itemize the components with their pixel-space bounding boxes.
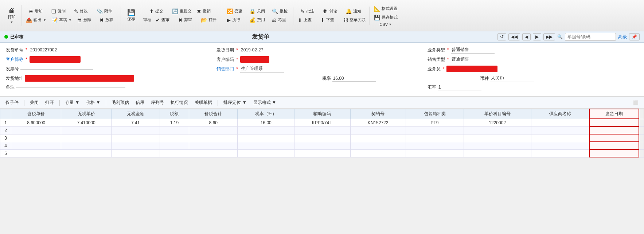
format-set-button[interactable]: 📐 格式设置 [372, 5, 400, 13]
cell-unit_subject[interactable]: 1220002 [464, 119, 531, 126]
cell-unit_subject[interactable] [464, 134, 531, 142]
cell-row_num[interactable]: 5 [0, 149, 11, 157]
modify-button[interactable]: ✎ 修改 [72, 7, 94, 15]
cell-tax_price[interactable] [11, 134, 61, 142]
cell-aux_code[interactable]: KPP0/74 L [294, 119, 350, 126]
cell-tax_price[interactable] [11, 149, 61, 157]
customer-label[interactable]: 客户简称 [6, 56, 23, 63]
cell-notax_price[interactable] [61, 149, 111, 157]
save-format-button[interactable]: 💾 保存格式 [372, 13, 400, 22]
cell-contract_no[interactable] [350, 126, 406, 134]
cell-unit_subject[interactable] [464, 149, 531, 157]
cell-supplier[interactable] [531, 142, 589, 149]
submit-button[interactable]: ⬆ 提交 [147, 7, 169, 15]
table-row[interactable]: 5 [0, 149, 644, 157]
table-row[interactable]: 18.6000007.4100007.411.198.6016.00KPP0/7… [0, 119, 644, 126]
table-row[interactable]: 3 [0, 134, 644, 142]
cell-supplier[interactable] [531, 134, 589, 142]
cell-tax_rate[interactable]: 16.00 [238, 119, 294, 126]
cell-aux_code[interactable] [294, 149, 350, 157]
cell-tax_rate[interactable] [238, 134, 294, 142]
cell-contract_no[interactable] [350, 149, 406, 157]
cell-pkg_type[interactable] [406, 126, 464, 134]
cell-notax_amount[interactable] [111, 142, 160, 149]
open-doc-button[interactable]: 📂 打开 [199, 16, 220, 24]
link-button[interactable]: ⛓ 整单关联 [341, 16, 368, 24]
up-button[interactable]: ⬆ 上查 [296, 16, 317, 24]
cell-notax_amount[interactable] [111, 126, 160, 134]
open-button[interactable]: 打开 [43, 98, 56, 107]
cell-total[interactable]: 8.60 [189, 119, 238, 126]
search-input[interactable] [565, 33, 616, 41]
cell-row_num[interactable]: 4 [0, 142, 11, 149]
expense-button[interactable]: 💰 费用 [247, 16, 269, 24]
cell-ship_date[interactable] [589, 119, 639, 126]
notify-button[interactable]: 🔔 通知 [343, 7, 365, 15]
cell-aux_code[interactable] [294, 142, 350, 149]
first-button[interactable]: ◀◀ [508, 33, 520, 40]
cancel-submit-button[interactable]: ✖ 撤销 [195, 7, 216, 15]
cell-notax_amount[interactable]: 7.41 [111, 119, 160, 126]
save-button[interactable]: 💾 保存 [123, 5, 139, 27]
credit-button[interactable]: 信用 [133, 98, 147, 107]
cell-supplier[interactable] [531, 149, 589, 157]
cell-contract_no[interactable] [350, 134, 406, 142]
cell-notax_price[interactable] [61, 134, 111, 142]
next-button[interactable]: ▶ [533, 33, 541, 40]
cell-tax[interactable] [160, 134, 189, 142]
close-button[interactable]: 🔒 关闭 [247, 7, 269, 15]
cell-row_num[interactable]: 1 [0, 119, 11, 126]
cell-notax_price[interactable] [61, 142, 111, 149]
cell-tax_price[interactable] [11, 142, 61, 149]
cell-pkg_type[interactable]: PT9 [406, 119, 464, 126]
cell-tax[interactable] [160, 149, 189, 157]
cell-total[interactable] [189, 126, 238, 134]
draft-button[interactable]: 📝 草稿 ▼ [49, 16, 74, 24]
cell-contract_no[interactable]: KN152722 [350, 119, 406, 126]
cell-ship_date[interactable] [589, 149, 639, 157]
margin-button[interactable]: 毛利预估 [109, 98, 132, 107]
expand-button[interactable]: ⬜ [631, 99, 641, 106]
cell-ship_date[interactable] [589, 126, 639, 134]
pin-button[interactable]: 📌 [629, 33, 640, 40]
closed-button[interactable]: 关闭 [27, 98, 41, 107]
only-child-button[interactable]: 仅子件 [3, 98, 21, 107]
cell-tax[interactable]: 1.19 [160, 119, 189, 126]
cell-tax[interactable] [160, 142, 189, 149]
cell-supplier[interactable] [531, 126, 589, 134]
inspect-button[interactable]: 🔍 报检 [270, 7, 292, 15]
sort-button[interactable]: 排序定位 ▼ [221, 98, 249, 107]
cell-aux_code[interactable] [294, 134, 350, 142]
dept-label[interactable]: 销售部门 [216, 66, 234, 72]
change-button[interactable]: 🔀 变更 [225, 7, 246, 15]
cell-tax_price[interactable]: 8.600000 [11, 119, 61, 126]
table-row[interactable]: 4 [0, 142, 644, 149]
weigh-button[interactable]: ⚖ 称重 [270, 16, 292, 24]
cell-notax_amount[interactable] [111, 149, 160, 157]
cell-row_num[interactable]: 2 [0, 126, 11, 134]
cell-unit_subject[interactable] [464, 126, 531, 134]
last-button[interactable]: ▶▶ [543, 33, 555, 40]
prev-button[interactable]: ◀ [522, 33, 531, 40]
cell-tax_rate[interactable] [238, 149, 294, 157]
cell-tax_rate[interactable] [238, 126, 294, 134]
cell-ship_date[interactable] [589, 134, 639, 142]
refresh-button[interactable]: ↺ [497, 33, 506, 40]
cell-tax_price[interactable] [11, 126, 61, 134]
price-button[interactable]: 价格 ▼ [83, 98, 103, 107]
print-button[interactable]: 🖨 打印 ▼ [4, 5, 20, 26]
cell-notax_price[interactable]: 7.410000 [61, 119, 111, 126]
display-format-button[interactable]: 显示格式 ▼ [251, 98, 279, 107]
resubmit-button[interactable]: 🔄 重提交 [170, 7, 194, 15]
cell-supplier[interactable] [531, 119, 589, 126]
cell-total[interactable] [189, 134, 238, 142]
cell-pkg_type[interactable] [406, 149, 464, 157]
advanced-button[interactable]: 高级 [618, 34, 627, 40]
abandon-audit-button[interactable]: ✖ 弃审 [176, 16, 198, 24]
cell-pkg_type[interactable] [406, 142, 464, 149]
cell-unit_subject[interactable] [464, 142, 531, 149]
cell-total[interactable] [189, 142, 238, 149]
stock-button[interactable]: 存量 ▼ [63, 98, 82, 107]
cell-aux_code[interactable] [294, 126, 350, 134]
discuss-button[interactable]: 🗣 讨论 [321, 7, 343, 15]
